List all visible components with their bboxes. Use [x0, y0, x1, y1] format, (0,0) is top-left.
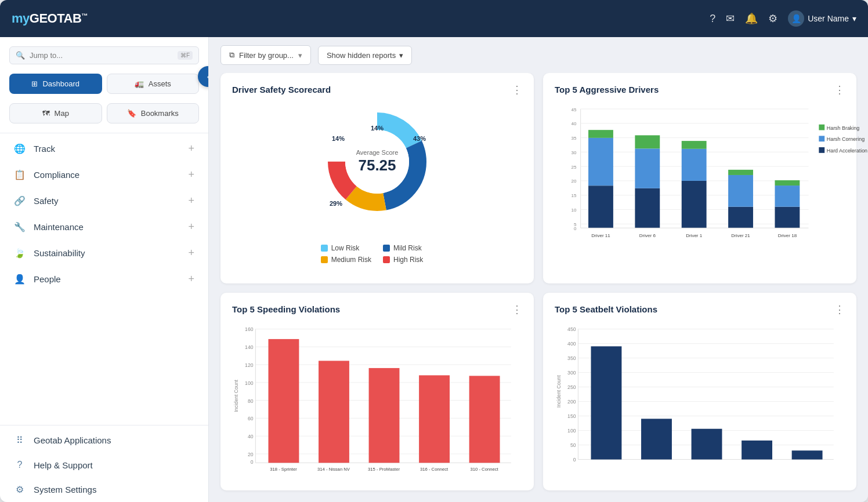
svg-text:200: 200 — [567, 399, 576, 405]
speeding-label-5: 310 - Connect — [470, 467, 498, 472]
seatbelt-menu-button[interactable]: ⋮ — [834, 303, 846, 316]
d11-harsh-corn-bar — [588, 138, 613, 185]
svg-text:160: 160 — [245, 326, 254, 332]
svg-text:40: 40 — [248, 434, 254, 439]
bell-icon[interactable]: 🔔 — [745, 12, 758, 25]
speeding-bar-1 — [269, 339, 299, 463]
speeding-bar-5 — [469, 376, 500, 463]
sidebar-item-assets[interactable]: 🚛 Assets — [107, 74, 200, 94]
sidebar-item-safety[interactable]: 🔗 Safety + — [0, 188, 208, 214]
help-icon[interactable]: ? — [710, 13, 715, 25]
d1-hard-acc-bar — [682, 181, 707, 228]
safety-expand-icon[interactable]: + — [188, 195, 194, 207]
user-avatar: 👤 — [788, 10, 804, 27]
mail-icon[interactable]: ✉ — [726, 12, 735, 25]
maintenance-icon: 🔧 — [14, 221, 26, 232]
sidebar-item-geotab-apps[interactable]: ⠿ Geotab Applications — [0, 428, 208, 453]
svg-text:25: 25 — [572, 165, 577, 170]
dashboard-icon: ⊞ — [31, 79, 38, 88]
sustainability-icon: 🍃 — [14, 248, 26, 259]
top-navigation: myGEOTAB™ ? ✉ 🔔 ⚙ 👤 User Name ▾ — [0, 0, 868, 37]
speeding-label-3: 315 - ProMaster — [368, 467, 400, 472]
sidebar-item-help-support[interactable]: ? Help & Support — [0, 453, 208, 477]
filter-icon: ⧉ — [229, 50, 234, 60]
system-settings-icon: ⚙ — [14, 484, 26, 495]
legend-harsh-cornering-label: Harsh Cornering — [827, 136, 865, 142]
sidebar-item-bookmarks[interactable]: 🔖 Bookmarks — [107, 103, 200, 123]
map-icon: 🗺 — [42, 109, 50, 118]
track-icon: 🌐 — [14, 143, 26, 154]
sidebar-item-track[interactable]: 🌐 Track + — [0, 136, 208, 162]
people-icon: 👤 — [14, 274, 26, 285]
geotab-apps-icon: ⠿ — [14, 435, 26, 446]
driver-safety-scorecard-card: Driver Safety Scorecard ⋮ — [220, 73, 534, 283]
donut-svg-wrap: Average Score 75.25 — [319, 104, 435, 220]
d11-label: Driver 11 — [591, 233, 610, 238]
track-expand-icon[interactable]: + — [188, 143, 194, 155]
geotab-apps-label: Geotab Applications — [34, 435, 111, 445]
donut-chart-container: Average Score 75.25 43% 29% 14% 14% — [232, 104, 522, 264]
search-icon: 🔍 — [16, 51, 25, 60]
system-settings-label: System Settings — [34, 485, 96, 494]
sidebar-item-dashboard[interactable]: ⊞ Dashboard — [9, 74, 102, 94]
sidebar-item-people[interactable]: 👤 People + — [0, 266, 208, 292]
legend-mild-risk: Mild Risk — [383, 244, 433, 252]
maintenance-label: Maintenance — [34, 222, 180, 232]
speeding-chart-svg: 160 140 120 100 80 60 40 20 0 — [232, 323, 522, 468]
sidebar-item-sustainability[interactable]: 🍃 Sustainability + — [0, 240, 208, 266]
d11-harsh-brk-bar — [588, 130, 613, 138]
people-expand-icon[interactable]: + — [188, 273, 194, 285]
legend-dot-low-risk — [321, 245, 328, 252]
svg-text:100: 100 — [567, 428, 576, 434]
seatbelt-bar-3 — [692, 429, 722, 460]
average-score-label: Average Score — [356, 148, 399, 157]
aggressive-drivers-chart-wrap: 45 40 35 30 25 20 15 — [555, 104, 845, 251]
aggressive-drivers-title: Top 5 Aggressive Drivers — [555, 85, 845, 94]
scorecard-menu-button[interactable]: ⋮ — [512, 83, 523, 96]
speeding-bar-3 — [369, 368, 400, 463]
speeding-violations-title: Top 5 Speeding Violations — [232, 304, 522, 314]
search-input[interactable] — [30, 51, 173, 60]
legend-harsh-cornering-dot — [819, 136, 824, 141]
maintenance-expand-icon[interactable]: + — [188, 221, 194, 233]
speeding-menu-button[interactable]: ⋮ — [512, 303, 523, 316]
logo-area: myGEOTAB™ — [12, 11, 197, 26]
d1-label: Driver 1 — [686, 233, 703, 238]
filter-by-group-button[interactable]: ⧉ Filter by group... ▾ — [220, 45, 311, 65]
settings-icon[interactable]: ⚙ — [768, 12, 777, 25]
d18-hard-acc-bar — [775, 207, 800, 228]
search-box[interactable]: 🔍 ⌘F — [9, 46, 199, 64]
filter-dropdown-arrow: ▾ — [298, 51, 302, 60]
svg-text:15: 15 — [572, 193, 577, 198]
legend-label-medium-risk: Medium Risk — [331, 256, 371, 264]
hidden-reports-label: Show hidden reports — [327, 51, 396, 60]
legend-harsh-braking-label: Harsh Braking — [827, 125, 859, 131]
aggressive-drivers-menu-button[interactable]: ⋮ — [834, 83, 846, 96]
d21-label: Driver 21 — [731, 233, 750, 238]
svg-text:100: 100 — [245, 380, 254, 386]
svg-text:140: 140 — [245, 344, 254, 350]
compliance-expand-icon[interactable]: + — [188, 169, 194, 181]
d6-harsh-brk-bar — [635, 135, 660, 148]
sidebar-item-maintenance[interactable]: 🔧 Maintenance + — [0, 214, 208, 240]
sidebar-item-system-settings[interactable]: ⚙ System Settings — [0, 477, 208, 502]
speeding-label-2: 314 - Nissan NV — [317, 467, 350, 472]
track-label: Track — [34, 144, 180, 154]
legend-high-risk: High Risk — [383, 256, 433, 264]
svg-text:250: 250 — [567, 384, 576, 390]
sidebar-item-compliance[interactable]: 📋 Compliance + — [0, 162, 208, 188]
user-dropdown-icon: ▾ — [852, 14, 856, 23]
svg-text:0: 0 — [573, 457, 576, 463]
svg-text:60: 60 — [248, 416, 254, 421]
speeding-violations-card: Top 5 Speeding Violations ⋮ 160 140 120 … — [220, 293, 534, 490]
sustainability-expand-icon[interactable]: + — [188, 247, 194, 259]
svg-text:45: 45 — [572, 107, 577, 112]
seatbelt-bar-5 — [792, 450, 823, 459]
show-hidden-reports-button[interactable]: Show hidden reports ▾ — [318, 46, 412, 65]
safety-label: Safety — [34, 196, 180, 206]
seatbelt-chart-svg: 450 400 350 300 250 200 150 100 50 0 — [555, 323, 845, 468]
speeding-label-1: 318 - Sprinter — [270, 467, 297, 472]
main-area: ‹ 🔍 ⌘F ⊞ Dashboard 🚛 Assets — [0, 37, 868, 502]
user-menu[interactable]: 👤 User Name ▾ — [788, 10, 856, 27]
sidebar-item-map[interactable]: 🗺 Map — [9, 103, 102, 123]
